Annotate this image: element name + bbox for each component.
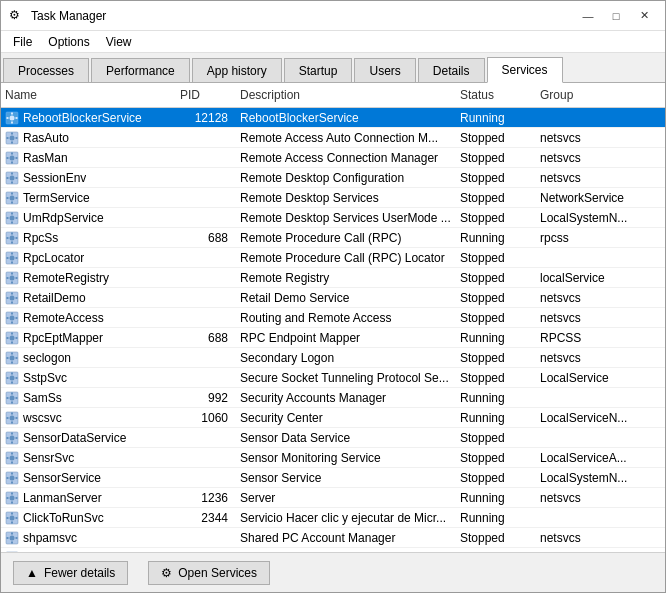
cell-status: Stopped <box>456 311 536 325</box>
table-row[interactable]: SstpSvcSecure Socket Tunneling Protocol … <box>1 368 665 388</box>
table-row[interactable]: SensrSvcSensor Monitoring ServiceStopped… <box>1 448 665 468</box>
svg-rect-124 <box>7 517 9 519</box>
table-row[interactable]: RpcEptMapper688RPC Endpoint MapperRunnin… <box>1 328 665 348</box>
table-row[interactable]: LanmanServer1236ServerRunningnetsvcs <box>1 488 665 508</box>
svg-rect-87 <box>11 401 13 403</box>
cell-status: Stopped <box>456 151 536 165</box>
minimize-button[interactable]: — <box>575 6 601 26</box>
header-desc[interactable]: Description <box>236 86 456 104</box>
svg-point-13 <box>10 155 15 160</box>
table-row[interactable]: shpamsvcShared PC Account ManagerStopped… <box>1 528 665 548</box>
svg-rect-65 <box>16 317 18 319</box>
svg-rect-45 <box>11 261 13 263</box>
table-row[interactable]: wscsvc1060Security CenterRunningLocalSer… <box>1 408 665 428</box>
svg-point-79 <box>10 375 15 380</box>
menu-file[interactable]: File <box>5 33 40 51</box>
table-row[interactable]: TermServiceRemote Desktop ServicesStoppe… <box>1 188 665 208</box>
tab-users[interactable]: Users <box>354 58 415 82</box>
svg-rect-11 <box>16 137 18 139</box>
svg-point-31 <box>10 215 15 220</box>
cell-status: Running <box>456 551 536 553</box>
cell-name: SstpSvc <box>1 371 176 385</box>
svg-rect-4 <box>7 117 9 119</box>
service-icon <box>5 451 19 465</box>
header-status[interactable]: Status <box>456 86 536 104</box>
service-icon <box>5 351 19 365</box>
cell-group: netsvcs <box>536 291 665 305</box>
table-row[interactable]: SessionEnvRemote Desktop ConfigurationSt… <box>1 168 665 188</box>
header-group[interactable]: Group <box>536 86 653 104</box>
tab-app-history[interactable]: App history <box>192 58 282 82</box>
services-list[interactable]: RebootBlockerService12128RebootBlockerSe… <box>1 108 665 552</box>
svg-rect-123 <box>11 521 13 523</box>
svg-rect-132 <box>6 552 18 553</box>
cell-status: Stopped <box>456 251 536 265</box>
service-icon <box>5 531 19 545</box>
tab-services[interactable]: Services <box>487 57 563 83</box>
cell-name: seclogon <box>1 351 176 365</box>
table-row[interactable]: RpcLocatorRemote Procedure Call (RPC) Lo… <box>1 248 665 268</box>
table-row[interactable]: SensorServiceSensor ServiceStoppedLocalS… <box>1 468 665 488</box>
service-icon <box>5 551 19 553</box>
header-name[interactable]: Name <box>1 86 176 104</box>
table-row[interactable]: ShellHWDetection1236Shell Hardware Detec… <box>1 548 665 552</box>
svg-rect-107 <box>16 457 18 459</box>
cell-status: Stopped <box>456 531 536 545</box>
svg-rect-125 <box>16 517 18 519</box>
tab-details[interactable]: Details <box>418 58 485 82</box>
svg-rect-100 <box>7 437 9 439</box>
fewer-details-button[interactable]: ▲ Fewer details <box>13 561 128 585</box>
cell-desc: Remote Desktop Configuration <box>236 171 456 185</box>
tab-processes[interactable]: Processes <box>3 58 89 82</box>
table-row[interactable]: RasManRemote Access Connection ManagerSt… <box>1 148 665 168</box>
svg-rect-99 <box>11 441 13 443</box>
svg-rect-33 <box>11 221 13 223</box>
table-container: Name PID Description Status Group Reboot… <box>1 83 665 552</box>
cell-desc: Shared PC Account Manager <box>236 531 456 545</box>
open-services-button[interactable]: ⚙ Open Services <box>148 561 270 585</box>
service-icon <box>5 151 19 165</box>
svg-point-67 <box>10 335 15 340</box>
svg-rect-128 <box>11 532 13 534</box>
cell-pid: 1236 <box>176 551 236 553</box>
svg-rect-51 <box>11 281 13 283</box>
svg-rect-44 <box>11 252 13 254</box>
menu-options[interactable]: Options <box>40 33 97 51</box>
cell-name: ShellHWDetection <box>1 551 176 553</box>
menu-view[interactable]: View <box>98 33 140 51</box>
svg-point-121 <box>10 515 15 520</box>
table-row[interactable]: SensorDataServiceSensor Data ServiceStop… <box>1 428 665 448</box>
svg-rect-71 <box>16 337 18 339</box>
cell-pid: 1236 <box>176 491 236 505</box>
maximize-button[interactable]: □ <box>603 6 629 26</box>
header-pid[interactable]: PID <box>176 86 236 104</box>
svg-rect-39 <box>11 241 13 243</box>
cell-group: LocalServiceA... <box>536 451 665 465</box>
cell-status: Stopped <box>456 171 536 185</box>
svg-point-19 <box>10 175 15 180</box>
table-row[interactable]: RpcSs688Remote Procedure Call (RPC)Runni… <box>1 228 665 248</box>
table-row[interactable]: RebootBlockerService12128RebootBlockerSe… <box>1 108 665 128</box>
svg-rect-106 <box>7 457 9 459</box>
tab-startup[interactable]: Startup <box>284 58 353 82</box>
svg-rect-131 <box>16 537 18 539</box>
cell-status: Stopped <box>456 131 536 145</box>
svg-point-37 <box>10 235 15 240</box>
cell-group: netsvcs <box>536 551 665 553</box>
table-row[interactable]: SamSs992Security Accounts ManagerRunning <box>1 388 665 408</box>
svg-rect-113 <box>16 477 18 479</box>
table-row[interactable]: RemoteRegistryRemote RegistryStoppedloca… <box>1 268 665 288</box>
close-button[interactable]: ✕ <box>631 6 657 26</box>
table-row[interactable]: ClickToRunSvc2344Servicio Hacer clic y e… <box>1 508 665 528</box>
table-row[interactable]: RasAutoRemote Access Auto Connection M..… <box>1 128 665 148</box>
table-row[interactable]: RemoteAccessRouting and Remote AccessSto… <box>1 308 665 328</box>
svg-rect-62 <box>11 312 13 314</box>
table-row[interactable]: UmRdpServiceRemote Desktop Services User… <box>1 208 665 228</box>
svg-rect-27 <box>11 201 13 203</box>
table-row[interactable]: seclogonSecondary LogonStoppednetsvcs <box>1 348 665 368</box>
table-row[interactable]: RetailDemoRetail Demo ServiceStoppednets… <box>1 288 665 308</box>
svg-rect-29 <box>16 197 18 199</box>
svg-rect-105 <box>11 461 13 463</box>
tab-performance[interactable]: Performance <box>91 58 190 82</box>
cell-status: Stopped <box>456 431 536 445</box>
